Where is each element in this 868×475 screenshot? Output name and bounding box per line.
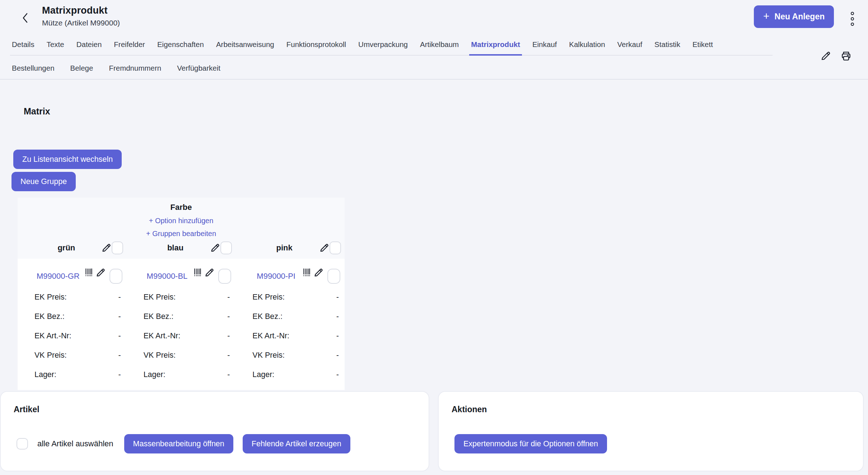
tab-matrixprodukt[interactable]: Matrixprodukt	[469, 40, 522, 56]
create-missing-articles-button[interactable]: Fehlende Artikel erzeugen	[243, 434, 350, 453]
edit-option-button[interactable]	[319, 243, 330, 253]
option-checkbox[interactable]	[330, 241, 341, 254]
pencil-icon	[313, 267, 324, 278]
tab-einkauf[interactable]: Einkauf	[531, 40, 559, 56]
tab-bestellungen[interactable]: Bestellungen	[10, 64, 56, 72]
row-label: VK Preis:	[144, 351, 176, 360]
article-link[interactable]: M99000-BL	[141, 272, 193, 281]
back-button[interactable]	[17, 10, 33, 26]
edit-article-button[interactable]	[313, 267, 324, 278]
pencil-icon	[210, 243, 220, 253]
articles-card-heading: Artikel	[14, 405, 39, 414]
row-value: -	[118, 351, 121, 360]
row-value: -	[227, 351, 230, 360]
row-label: EK Preis:	[252, 293, 285, 302]
article-checkbox[interactable]	[109, 269, 122, 284]
group-title: Farbe	[18, 203, 345, 212]
print-button[interactable]	[840, 50, 852, 62]
matrix-table-header: Farbe + Option hinzufügen + Gruppen bear…	[18, 198, 345, 259]
row-label: EK Preis:	[144, 293, 176, 302]
option-checkbox[interactable]	[112, 241, 123, 254]
tab-funktionsprotokoll[interactable]: Funktionsprotokoll	[285, 40, 348, 56]
edit-option-button[interactable]	[101, 243, 112, 253]
tab-freifelder[interactable]: Freifelder	[112, 40, 147, 56]
pencil-icon	[319, 243, 330, 253]
edit-groups-link[interactable]: + Gruppen bearbeiten	[18, 230, 345, 238]
row-label: VK Preis:	[34, 351, 67, 360]
row-value: -	[336, 351, 339, 360]
edit-option-button[interactable]	[210, 243, 220, 253]
article-checkbox[interactable]	[327, 269, 340, 284]
option-header-blau: blau	[127, 241, 236, 254]
expert-mode-button[interactable]: Expertenmodus für die Optionen öffnen	[454, 434, 607, 453]
row-label: EK Art.-Nr:	[144, 331, 181, 340]
row-label: VK Preis:	[252, 351, 285, 360]
article-cell-pi: M99000-PI	[235, 265, 345, 287]
article-icons	[84, 267, 106, 278]
option-header-row: grün blau pink	[18, 241, 345, 259]
row-label: EK Bez.:	[252, 312, 283, 321]
barcode-icon	[193, 267, 202, 278]
new-create-label: Neu Anlegen	[775, 12, 825, 22]
row-value: -	[118, 293, 121, 302]
kebab-dot-icon	[851, 12, 854, 15]
row-label: EK Art.-Nr:	[252, 331, 289, 340]
tab-kalkulation[interactable]: Kalkulation	[567, 40, 607, 56]
tab-umverpackung[interactable]: Umverpackung	[356, 40, 410, 56]
row-value: -	[118, 370, 121, 379]
tab-artikelbaum[interactable]: Artikelbaum	[418, 40, 461, 56]
tab-etikett[interactable]: Etikett	[691, 40, 715, 56]
row-label: EK Art.-Nr:	[34, 331, 71, 340]
tab-verkauf[interactable]: Verkauf	[616, 40, 644, 56]
edit-article-button[interactable]	[95, 267, 106, 278]
tab-eigenschaften[interactable]: Eigenschaften	[155, 40, 206, 56]
add-option-link[interactable]: + Option hinzufügen	[18, 217, 345, 225]
row-value: -	[336, 312, 339, 321]
article-link[interactable]: M99000-GR	[32, 272, 84, 281]
kebab-menu-button[interactable]	[849, 10, 855, 27]
new-create-button[interactable]: + Neu Anlegen	[754, 5, 834, 28]
option-name: grün	[32, 243, 101, 253]
tab-strip-primary: Details Texte Dateien Freifelder Eigensc…	[10, 40, 773, 56]
tab-texte[interactable]: Texte	[45, 40, 66, 56]
tab-dateien[interactable]: Dateien	[75, 40, 104, 56]
article-link[interactable]: M99000-PI	[250, 272, 302, 281]
barcode-button[interactable]	[302, 267, 312, 278]
option-checkbox[interactable]	[220, 241, 232, 254]
row-value: -	[336, 293, 339, 302]
table-row: Lager:- Lager:- Lager:-	[18, 365, 345, 384]
article-icons	[193, 267, 215, 278]
tab-statistik[interactable]: Statistik	[653, 40, 682, 56]
article-cell-bl: M99000-BL	[127, 265, 236, 287]
plus-icon: +	[763, 11, 770, 22]
barcode-button[interactable]	[84, 267, 94, 278]
table-row: EK Art.-Nr:- EK Art.-Nr:- EK Art.-Nr:-	[18, 326, 345, 345]
bulk-edit-button[interactable]: Massenbearbeitung öffnen	[124, 434, 233, 453]
chevron-left-icon	[20, 12, 30, 24]
article-checkbox[interactable]	[218, 269, 231, 284]
new-group-button[interactable]: Neue Gruppe	[11, 172, 76, 191]
table-row: EK Bez.:- EK Bez.:- EK Bez.:-	[18, 307, 345, 326]
tab-fremdnummern[interactable]: Fremdnummern	[107, 64, 163, 72]
tab-verfuegbarkeit[interactable]: Verfügbarkeit	[175, 64, 222, 72]
option-name: pink	[250, 243, 319, 253]
switch-to-list-view-button[interactable]: Zu Listenansicht wechseln	[13, 150, 122, 169]
matrix-table-body: M99000-GR M99000-BL M99000	[18, 259, 345, 390]
tab-details[interactable]: Details	[10, 40, 36, 56]
edit-button[interactable]	[820, 50, 831, 62]
tab-belege[interactable]: Belege	[69, 64, 95, 72]
actions-card-controls: Expertenmodus für die Optionen öffnen	[454, 434, 607, 453]
edit-article-button[interactable]	[204, 267, 215, 278]
tab-arbeitsanweisung[interactable]: Arbeitsanweisung	[214, 40, 276, 56]
row-value: -	[227, 331, 230, 340]
option-header-pink: pink	[235, 241, 345, 254]
row-label: EK Bez.:	[34, 312, 65, 321]
barcode-button[interactable]	[193, 267, 202, 278]
articles-card-controls: alle Artikel auswählen Massenbearbeitung…	[17, 434, 350, 453]
row-label: EK Bez.:	[144, 312, 174, 321]
pencil-icon	[95, 267, 106, 278]
printer-icon	[840, 50, 852, 62]
select-all-checkbox[interactable]	[17, 438, 28, 450]
matrixprodukt-page: Matrixprodukt Mütze (Artikel M99000) + N…	[0, 0, 868, 475]
header-divider	[0, 79, 868, 80]
